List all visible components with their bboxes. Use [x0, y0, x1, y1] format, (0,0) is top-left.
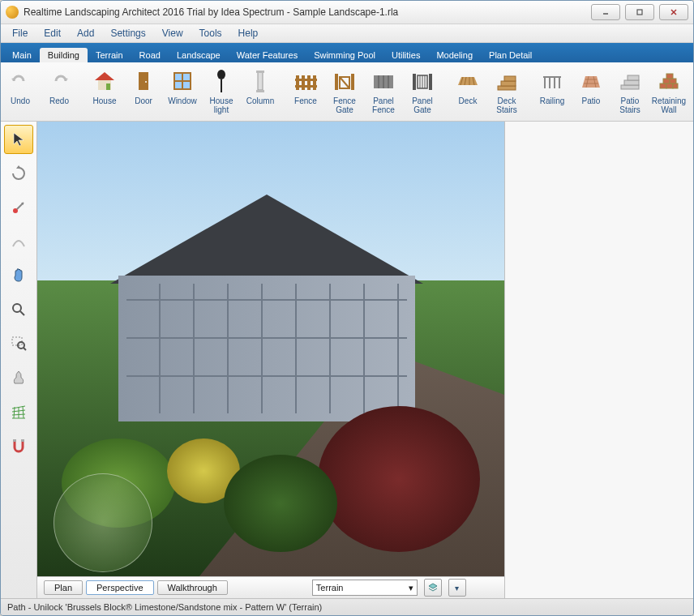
- accent-strip-button[interactable]: Acc St: [688, 66, 693, 118]
- layer-dropdown[interactable]: Terrain ▾: [312, 580, 418, 596]
- layer-options-button[interactable]: ▾: [448, 579, 466, 597]
- patio-stairs-icon: [616, 67, 644, 95]
- house-light-button[interactable]: House light: [202, 66, 241, 118]
- menu-file[interactable]: File: [4, 26, 36, 41]
- svg-rect-54: [624, 80, 639, 85]
- svg-line-68: [24, 348, 26, 350]
- deck-button[interactable]: Deck: [448, 66, 487, 118]
- view-tab-plan[interactable]: Plan: [44, 580, 83, 595]
- menu-help[interactable]: Help: [230, 26, 267, 41]
- svg-point-8: [145, 81, 147, 83]
- menu-edit[interactable]: Edit: [36, 26, 69, 41]
- svg-rect-19: [307, 75, 311, 90]
- tab-plan-detail[interactable]: Plan Detail: [481, 48, 540, 62]
- tab-building[interactable]: Building: [40, 48, 88, 62]
- retaining-wall-icon: [655, 67, 683, 95]
- svg-point-64: [13, 304, 21, 312]
- window-icon: [169, 67, 196, 95]
- svg-rect-57: [666, 83, 673, 88]
- svg-rect-20: [313, 75, 316, 90]
- svg-rect-70: [21, 439, 24, 442]
- retaining-wall-button[interactable]: Retaining Wall: [649, 66, 688, 118]
- svg-rect-56: [660, 83, 666, 88]
- menu-tools[interactable]: Tools: [191, 26, 230, 41]
- patio-stairs-button[interactable]: Patio Stairs: [610, 66, 649, 118]
- view-bottom-bar: Plan Perspective Walkthrough Terrain ▾ ▾: [37, 576, 504, 598]
- tab-road[interactable]: Road: [131, 48, 169, 62]
- panel-gate-button[interactable]: Panel Gate: [403, 66, 442, 118]
- tab-swimming-pool[interactable]: Swimming Pool: [306, 48, 383, 62]
- patio-button[interactable]: Patio: [572, 66, 610, 118]
- move-point-tool[interactable]: [4, 193, 33, 222]
- patio-icon: [577, 67, 605, 95]
- svg-rect-22: [295, 85, 317, 88]
- deck-stairs-button[interactable]: Deck Stairs: [487, 66, 526, 118]
- menu-view[interactable]: View: [154, 26, 191, 41]
- svg-rect-31: [413, 74, 416, 90]
- panel-fence-button[interactable]: Panel Fence: [364, 66, 403, 118]
- status-text: Path - Unilock 'Brussels Block® Limeston…: [7, 602, 322, 612]
- select-tool[interactable]: [4, 125, 33, 154]
- svg-rect-17: [296, 75, 299, 90]
- grid-tool[interactable]: [4, 397, 33, 426]
- svg-rect-6: [106, 83, 110, 90]
- undo-button[interactable]: Undo: [1, 66, 40, 118]
- nav-compass[interactable]: [54, 473, 152, 572]
- menu-settings[interactable]: Settings: [102, 26, 153, 41]
- zoom-tool[interactable]: [4, 295, 33, 324]
- svg-rect-32: [429, 74, 432, 90]
- svg-rect-18: [302, 75, 305, 90]
- minimize-button[interactable]: [591, 4, 620, 20]
- svg-rect-41: [498, 86, 516, 90]
- svg-rect-66: [12, 337, 22, 345]
- railing-button[interactable]: Railing: [533, 66, 572, 118]
- svg-point-12: [217, 70, 225, 79]
- view-tab-walkthrough[interactable]: Walkthrough: [157, 580, 228, 595]
- panel-gate-icon: [409, 67, 436, 95]
- tab-terrain[interactable]: Terrain: [88, 48, 131, 62]
- curve-tool[interactable]: [4, 227, 33, 256]
- lamp-icon: [208, 67, 235, 95]
- workspace: Plan Perspective Walkthrough Terrain ▾ ▾: [1, 122, 693, 598]
- walkthrough-tool[interactable]: [4, 363, 33, 392]
- house-button[interactable]: House: [85, 66, 124, 118]
- window-button[interactable]: Window: [163, 66, 202, 118]
- chevron-down-icon: ▾: [455, 584, 459, 592]
- pan-tool[interactable]: [4, 261, 33, 290]
- house-model: [94, 195, 456, 421]
- viewport-3d[interactable]: [37, 122, 504, 576]
- svg-rect-59: [663, 79, 670, 83]
- column-button[interactable]: Column: [241, 66, 280, 118]
- layers-button[interactable]: [424, 579, 442, 597]
- properties-panel: [504, 122, 693, 598]
- snap-tool[interactable]: [4, 431, 33, 460]
- fence-button[interactable]: Fence: [286, 66, 325, 118]
- maximize-button[interactable]: [625, 4, 654, 20]
- tab-utilities[interactable]: Utilities: [383, 48, 428, 62]
- app-icon: [6, 6, 19, 19]
- door-button[interactable]: Door: [124, 66, 163, 118]
- left-toolbar: [1, 122, 37, 598]
- close-button[interactable]: [659, 4, 688, 20]
- tab-landscape[interactable]: Landscape: [169, 48, 229, 62]
- tab-water-features[interactable]: Water Features: [229, 48, 306, 62]
- window-title: Realtime Landscaping Architect 2016 Tria…: [24, 6, 591, 18]
- svg-rect-58: [673, 83, 678, 88]
- fence-gate-button[interactable]: Fence Gate: [325, 66, 364, 118]
- viewport-column: Plan Perspective Walkthrough Terrain ▾ ▾: [37, 122, 504, 598]
- view-tab-perspective[interactable]: Perspective: [86, 580, 153, 595]
- svg-line-26: [340, 77, 349, 88]
- zoom-region-tool[interactable]: [4, 329, 33, 358]
- svg-rect-23: [335, 74, 338, 90]
- chevron-down-icon: ▾: [409, 583, 413, 593]
- svg-rect-24: [351, 74, 354, 90]
- layer-dropdown-value: Terrain: [316, 583, 344, 592]
- tab-modeling[interactable]: Modeling: [428, 48, 481, 62]
- tab-main[interactable]: Main: [4, 48, 40, 62]
- redo-button[interactable]: Redo: [40, 66, 79, 118]
- rotate-tool[interactable]: [4, 159, 33, 188]
- ribbon-tabbar: Main Building Terrain Road Landscape Wat…: [1, 43, 693, 62]
- deck-icon: [454, 67, 482, 95]
- menu-add[interactable]: Add: [69, 26, 102, 41]
- svg-rect-1: [637, 10, 642, 15]
